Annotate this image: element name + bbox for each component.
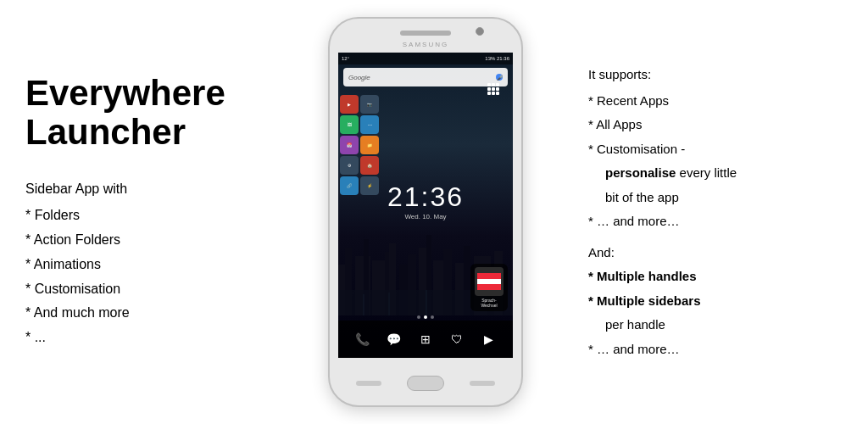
- and-more-1: * … and more…: [588, 209, 843, 234]
- grid-dot: [487, 83, 491, 86]
- status-right: 13% 21:36: [485, 56, 509, 61]
- apps-grid-icon[interactable]: [487, 83, 499, 95]
- grid-dot: [487, 87, 491, 91]
- phone-bottom-line: [356, 376, 495, 391]
- app-icon-10[interactable]: ⚡: [360, 176, 379, 195]
- status-bar: 12° 13% 21:36: [338, 53, 513, 64]
- app-icon-4[interactable]: ⋯: [360, 115, 379, 134]
- time-display: 21:36: [387, 181, 464, 213]
- grid-dot: [492, 87, 495, 91]
- feature-action-folders: * Action Folders: [25, 228, 263, 253]
- nav-media-icon[interactable]: ▶: [479, 330, 498, 349]
- bottom-left-button: [356, 381, 381, 386]
- screen-time: 21:36 Wed. 10. May: [387, 181, 464, 220]
- app-icon-2[interactable]: 📷: [360, 95, 379, 114]
- app-icon-9[interactable]: 🔗: [340, 176, 359, 195]
- app-icon-8[interactable]: 🏠: [360, 156, 379, 175]
- phone-screen: 12° 13% 21:36 Google 🎤: [338, 53, 513, 358]
- personalise-line: personalise every little: [605, 161, 843, 186]
- title-line2: Launcher: [25, 112, 186, 152]
- page-dot-2: [424, 315, 427, 319]
- feature-animations: * Animations: [25, 253, 263, 277]
- and-header: And:: [588, 241, 843, 265]
- supports-customisation: * Customisation -: [588, 137, 843, 162]
- grid-dot: [496, 87, 499, 91]
- flag-red-bottom: [477, 284, 501, 290]
- left-intro: Sidebar App with: [25, 177, 263, 202]
- multiple-sidebars-bold: * Multiple sidebars: [588, 293, 701, 308]
- home-button[interactable]: [407, 376, 444, 391]
- app-row-2: 🖼 ⋯: [340, 115, 382, 134]
- grid-dot: [496, 83, 499, 86]
- bit-of-app: bit of the app: [605, 186, 843, 210]
- google-search-bar[interactable]: Google 🎤: [343, 68, 508, 86]
- multiple-handles-bold: * Multiple handles: [588, 269, 697, 283]
- phone-brand: SAMSUNG: [403, 41, 448, 48]
- app-row-4: ⚙ 🏠: [340, 156, 382, 175]
- nav-shield-icon[interactable]: 🛡: [448, 330, 466, 349]
- feature-ellipsis: * ...: [25, 326, 263, 350]
- main-container: Everywhere Launcher Sidebar App with * F…: [0, 0, 868, 424]
- phone-mockup: SAMSUNG: [328, 17, 523, 407]
- right-panel: It supports: * Recent Apps * All Apps * …: [588, 63, 843, 361]
- title-line1: Everywhere: [25, 73, 225, 113]
- app-icon-5[interactable]: 📅: [340, 136, 359, 154]
- app-row-5: 🔗 ⚡: [340, 176, 382, 195]
- multiple-handles: * Multiple handles: [588, 265, 843, 289]
- app-title: Everywhere Launcher: [25, 74, 263, 152]
- austria-flag-icon: [475, 267, 504, 296]
- status-left: 12°: [342, 56, 349, 61]
- per-handle: per handle: [605, 313, 843, 338]
- nav-message-icon[interactable]: 💬: [385, 330, 403, 349]
- google-mic-icon[interactable]: 🎤: [496, 74, 503, 81]
- nav-apps-icon[interactable]: ⊞: [416, 330, 435, 349]
- feature-and-more: * And much more: [25, 301, 263, 326]
- multiple-sidebars: * Multiple sidebars: [588, 289, 843, 314]
- and-more-2: * … and more…: [588, 338, 843, 362]
- phone-speaker: [400, 31, 451, 36]
- flag-white: [477, 279, 501, 285]
- app-row-1: ▶ 📷: [340, 95, 382, 114]
- page-dot-1: [417, 315, 420, 319]
- grid-dot: [492, 92, 495, 95]
- screen-nav-bar: 📞 💬 ⊞ 🛡 ▶: [338, 321, 513, 358]
- feature-folders: * Folders: [25, 204, 263, 228]
- supports-all-apps: * All Apps: [588, 113, 843, 137]
- screen-page-dots: [417, 315, 434, 319]
- bottom-right-button: [470, 381, 495, 386]
- grid-dot: [496, 92, 499, 95]
- app-icon-7[interactable]: ⚙: [340, 156, 359, 175]
- app-row-3: 📅 📁: [340, 136, 382, 154]
- phone-camera: [476, 27, 484, 36]
- feature-customisation: * Customisation: [25, 277, 263, 302]
- flag-red-top: [477, 273, 501, 279]
- grid-dot: [487, 92, 491, 95]
- google-label: Google: [348, 74, 370, 81]
- app-icon-6[interactable]: 📁: [360, 136, 379, 154]
- grid-dot: [492, 83, 495, 86]
- page-dot-3: [431, 315, 434, 319]
- phone-top: SAMSUNG: [330, 19, 521, 53]
- left-features: Sidebar App with * Folders * Action Fold…: [25, 177, 263, 350]
- phone-bottom: [330, 358, 521, 409]
- left-panel: Everywhere Launcher Sidebar App with * F…: [25, 74, 263, 350]
- language-switch-label: Sprach-Wechsel: [481, 298, 497, 308]
- phone-container: SAMSUNG: [328, 17, 523, 407]
- nav-phone-icon[interactable]: 📞: [353, 330, 372, 349]
- sidebar-app-icons: ▶ 📷 🖼 ⋯ 📅 📁 ⚙ 🏠: [340, 95, 382, 195]
- app-icon-3[interactable]: 🖼: [340, 115, 359, 134]
- supports-recent-apps: * Recent Apps: [588, 89, 843, 114]
- supports-header: It supports:: [588, 63, 843, 87]
- austria-flag: [477, 273, 501, 290]
- date-display: Wed. 10. May: [387, 213, 464, 220]
- language-switch-widget[interactable]: Sprach-Wechsel: [470, 264, 508, 311]
- app-icon-1[interactable]: ▶: [340, 95, 359, 114]
